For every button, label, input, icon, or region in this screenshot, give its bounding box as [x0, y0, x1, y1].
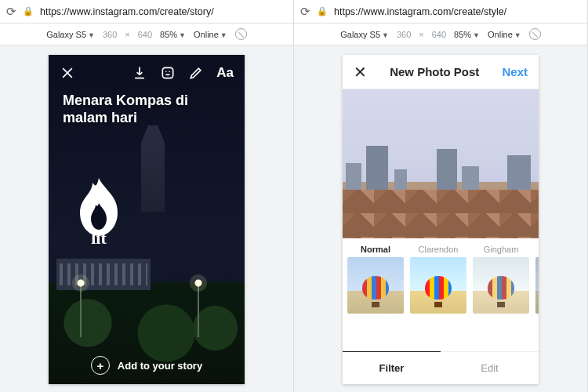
- browser-pane-post: ⟳ 🔒 https://www.instagram.com/create/sty…: [294, 0, 588, 392]
- post-photo-preview[interactable]: [343, 89, 539, 238]
- block-icon[interactable]: [235, 28, 247, 40]
- filter-clarendon[interactable]: Clarendon: [408, 245, 468, 314]
- url-text[interactable]: https://www.instagram.com/create/style/: [334, 6, 506, 17]
- add-to-story-button[interactable]: + Add to your story: [49, 356, 245, 375]
- fire-sticker[interactable]: lit: [66, 176, 132, 252]
- address-bar: ⟳ 🔒 https://www.instagram.com/create/sty…: [294, 0, 587, 24]
- zoom-select[interactable]: 85%▼: [454, 30, 480, 39]
- svg-text:lit: lit: [91, 228, 107, 248]
- page-title: New Photo Post: [390, 65, 479, 78]
- filter-label: Normal: [361, 245, 390, 254]
- filter-label: Gingham: [484, 245, 519, 254]
- svg-point-1: [165, 71, 167, 73]
- block-icon[interactable]: [529, 28, 541, 40]
- close-icon[interactable]: ✕: [354, 63, 367, 82]
- sticker-icon[interactable]: [160, 65, 176, 81]
- devtools-bar: Galaxy S5▼ 360 × 640 85%▼ Online▼: [0, 24, 293, 45]
- browser-pane-story: ⟳ 🔒 https://www.instagram.com/create/sto…: [0, 0, 294, 392]
- post-header: ✕ New Photo Post Next: [343, 55, 539, 89]
- tab-edit[interactable]: Edit: [441, 352, 539, 384]
- bg-lamp: [198, 282, 199, 337]
- post-tabs: Filter Edit: [343, 351, 539, 384]
- viewport-height[interactable]: 640: [138, 30, 152, 39]
- bg-lamp: [80, 282, 82, 337]
- device-select[interactable]: Galaxy S5▼: [46, 30, 95, 39]
- draw-icon[interactable]: [188, 65, 204, 81]
- tab-filter[interactable]: Filter: [343, 351, 441, 384]
- lock-icon: 🔒: [23, 6, 34, 16]
- svg-rect-0: [163, 67, 173, 78]
- emulated-stage: ✕ New Photo Post Next Normal Clarendon: [294, 45, 587, 392]
- throttle-select[interactable]: Online▼: [194, 30, 227, 39]
- download-icon[interactable]: [132, 65, 147, 81]
- reload-icon[interactable]: ⟳: [300, 5, 310, 19]
- filter-gingham[interactable]: Gingham: [471, 245, 531, 314]
- url-text[interactable]: https://www.instagram.com/create/story/: [40, 6, 214, 17]
- story-editor: Aa Menara Kompas di malam hari lit + Add…: [49, 55, 245, 384]
- reload-icon[interactable]: ⟳: [6, 5, 16, 19]
- close-icon[interactable]: [60, 65, 75, 81]
- story-toolbar: Aa: [49, 55, 245, 91]
- emulated-stage: Aa Menara Kompas di malam hari lit + Add…: [0, 45, 293, 392]
- story-caption-text[interactable]: Menara Kompas di malam hari: [63, 93, 230, 126]
- viewport-width[interactable]: 360: [397, 30, 411, 39]
- dim-separator: ×: [419, 30, 423, 39]
- filter-normal[interactable]: Normal: [346, 245, 405, 314]
- filter-more[interactable]: .: [534, 245, 539, 314]
- text-tool-button[interactable]: Aa: [216, 65, 234, 81]
- device-select[interactable]: Galaxy S5▼: [340, 30, 389, 39]
- lock-icon: 🔒: [317, 6, 328, 16]
- post-editor: ✕ New Photo Post Next Normal Clarendon: [343, 55, 539, 384]
- throttle-select[interactable]: Online▼: [488, 30, 521, 39]
- plus-circle-icon: +: [91, 356, 110, 375]
- address-bar: ⟳ 🔒 https://www.instagram.com/create/sto…: [0, 0, 293, 24]
- next-button[interactable]: Next: [502, 65, 528, 78]
- dim-separator: ×: [125, 30, 129, 39]
- add-to-story-label: Add to your story: [118, 360, 202, 372]
- zoom-select[interactable]: 85%▼: [160, 30, 186, 39]
- viewport-height[interactable]: 640: [432, 30, 446, 39]
- devtools-bar: Galaxy S5▼ 360 × 640 85%▼ Online▼: [294, 24, 587, 45]
- filter-list[interactable]: Normal Clarendon Gingham .: [343, 238, 539, 314]
- bg-building: [56, 259, 151, 290]
- filter-label: Clarendon: [419, 245, 459, 254]
- svg-point-2: [169, 71, 171, 73]
- viewport-width[interactable]: 360: [103, 30, 117, 39]
